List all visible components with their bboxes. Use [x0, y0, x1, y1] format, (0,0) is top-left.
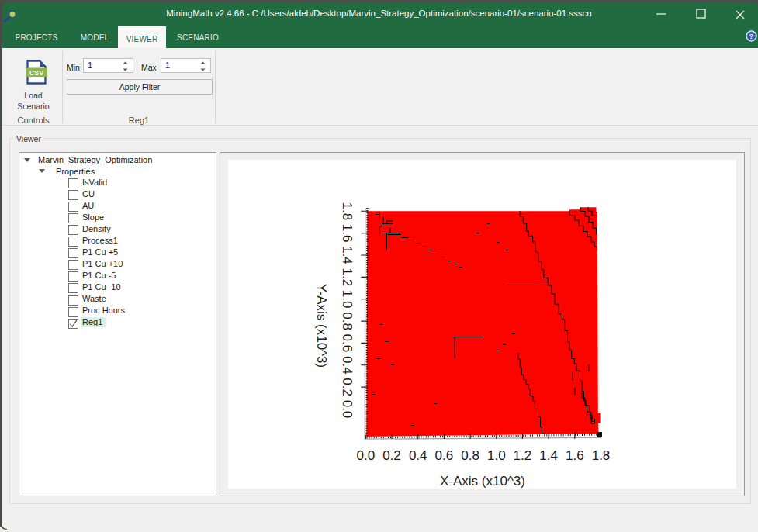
svg-text:0.8: 0.8: [340, 312, 355, 330]
svg-text:0.4: 0.4: [409, 448, 427, 463]
svg-text:1.4: 1.4: [539, 448, 558, 463]
svg-text:1.8: 1.8: [592, 448, 611, 463]
svg-text:0.4: 0.4: [340, 356, 355, 375]
svg-text:1.2: 1.2: [514, 448, 532, 463]
svg-text:1.0: 1.0: [487, 448, 506, 463]
svg-text:0.8: 0.8: [461, 448, 479, 463]
svg-text:0.6: 0.6: [435, 448, 454, 463]
svg-text:1.0: 1.0: [340, 290, 355, 309]
svg-text:X-Axis (x10^3): X-Axis (x10^3): [440, 474, 525, 489]
svg-text:1.8: 1.8: [340, 202, 355, 220]
svg-text:1.6: 1.6: [340, 224, 355, 243]
svg-text:0.0: 0.0: [340, 400, 355, 419]
svg-text:Y-Axis (x10^3): Y-Axis (x10^3): [314, 284, 329, 368]
svg-text:1.4: 1.4: [340, 246, 355, 264]
svg-text:?: ?: [749, 32, 754, 40]
svg-text:1.2: 1.2: [340, 268, 355, 287]
svg-text:CSV: CSV: [29, 69, 44, 77]
svg-text:0.6: 0.6: [340, 334, 355, 353]
svg-text:1.6: 1.6: [566, 448, 584, 463]
svg-text:0.0: 0.0: [356, 448, 375, 463]
svg-text:0.2: 0.2: [340, 378, 355, 396]
svg-text:0.2: 0.2: [382, 448, 401, 463]
